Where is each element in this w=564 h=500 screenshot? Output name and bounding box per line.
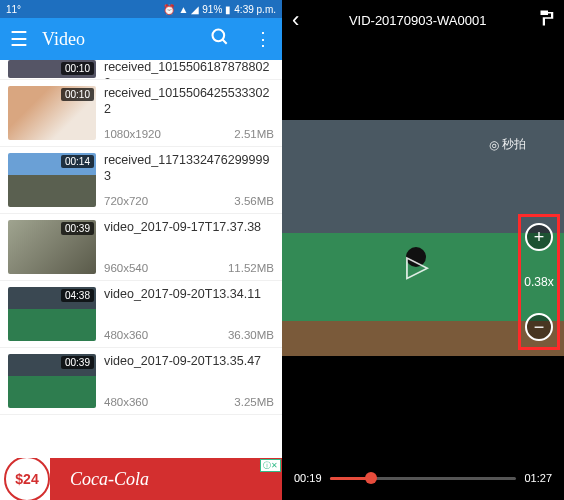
video-list[interactable]: 00:10 received_10155061878788022 416x752… (0, 60, 282, 458)
thumbnail: 04:38 (8, 287, 96, 341)
svg-line-1 (223, 39, 227, 43)
time-current: 00:19 (294, 472, 322, 484)
ad-brand: Coca-Cola (70, 469, 149, 490)
thumbnail: 00:10 (8, 86, 96, 140)
app-bar: ☰ Video ⋮ (0, 18, 282, 60)
list-item[interactable]: 00:10 received_10155061878788022 416x752… (0, 60, 282, 80)
resolution: 720x720 (104, 195, 148, 207)
filesize: 11.52MB (228, 262, 274, 274)
speed-down-button[interactable]: − (525, 313, 553, 341)
duration-badge: 00:39 (61, 222, 94, 235)
duration-badge: 00:39 (61, 356, 94, 369)
filesize: 3.56MB (234, 195, 274, 207)
thumbnail: 00:14 (8, 153, 96, 207)
alarm-icon: ⏰ (163, 4, 175, 15)
menu-icon[interactable]: ☰ (10, 27, 28, 51)
more-icon[interactable]: ⋮ (254, 28, 272, 50)
thumbnail: 00:39 (8, 354, 96, 408)
thumbnail: 00:10 (8, 60, 96, 78)
resolution: 1080x1920 (104, 128, 161, 140)
format-paint-icon[interactable] (536, 9, 554, 31)
duration-badge: 00:14 (61, 155, 94, 168)
search-icon[interactable] (210, 27, 230, 52)
filesize: 2.51MB (234, 128, 274, 140)
video-name: received_10155061878788022 (104, 60, 274, 80)
list-item[interactable]: 00:14 received_11713324762999993 720x720… (0, 147, 282, 214)
battery-icon: ▮ (225, 4, 231, 15)
ad-close-icon[interactable]: ⓘ✕ (260, 459, 281, 472)
signal-icon: ◢ (191, 4, 199, 15)
list-item[interactable]: 04:38 video_2017-09-20T13.34.11 480x3603… (0, 281, 282, 348)
seek-bar[interactable] (330, 477, 517, 480)
battery-pct: 91% (202, 4, 222, 15)
watermark: ◎ 秒拍 (489, 136, 526, 153)
play-button[interactable]: ▷ (406, 247, 429, 282)
back-icon[interactable]: ‹ (292, 7, 299, 33)
duration-badge: 04:38 (61, 289, 94, 302)
list-item[interactable]: 00:39 video_2017-09-20T13.35.47 480x3603… (0, 348, 282, 415)
video-player-screen: ‹ VID-20170903-WA0001 ◎ 秒拍 ▷ + 0.38x − 0… (282, 0, 564, 500)
video-surface[interactable]: ◎ 秒拍 ▷ + 0.38x − (282, 40, 564, 456)
watermark-text: 秒拍 (502, 136, 526, 153)
speed-up-button[interactable]: + (525, 223, 553, 251)
seek-thumb[interactable] (365, 472, 377, 484)
video-name: video_2017-09-20T13.34.11 (104, 287, 274, 303)
list-item[interactable]: 00:39 video_2017-09-17T17.37.38 960x5401… (0, 214, 282, 281)
player-top-bar: ‹ VID-20170903-WA0001 (282, 0, 564, 40)
speed-control-highlight: + 0.38x − (518, 214, 560, 350)
app-title: Video (42, 29, 186, 50)
video-name: received_11713324762999993 (104, 153, 274, 184)
video-list-screen: 11° ⏰ ▲ ◢ 91% ▮ 4:39 p.m. ☰ Video ⋮ 00:1… (0, 0, 282, 500)
filesize: 3.25MB (234, 396, 274, 408)
clock: 4:39 p.m. (234, 4, 276, 15)
ad-price: $24 (4, 458, 50, 500)
thumbnail: 00:39 (8, 220, 96, 274)
duration-badge: 00:10 (61, 62, 94, 75)
watermark-icon: ◎ (489, 138, 499, 152)
video-name: video_2017-09-17T17.37.38 (104, 220, 274, 236)
video-name: video_2017-09-20T13.35.47 (104, 354, 274, 370)
duration-badge: 00:10 (61, 88, 94, 101)
time-total: 01:27 (524, 472, 552, 484)
resolution: 480x360 (104, 329, 148, 341)
temp-indicator: 11° (6, 4, 21, 15)
resolution: 480x360 (104, 396, 148, 408)
wifi-icon: ▲ (178, 4, 188, 15)
filesize: 36.30MB (228, 329, 274, 341)
progress-bar-row: 00:19 01:27 (282, 456, 564, 500)
player-title: VID-20170903-WA0001 (309, 13, 526, 28)
status-bar: 11° ⏰ ▲ ◢ 91% ▮ 4:39 p.m. (0, 0, 282, 18)
resolution: 960x540 (104, 262, 148, 274)
speed-value: 0.38x (524, 275, 553, 289)
list-item[interactable]: 00:10 received_10155064255333022 1080x19… (0, 80, 282, 147)
video-name: received_10155064255333022 (104, 86, 274, 117)
svg-point-0 (213, 29, 225, 41)
ad-banner[interactable]: $24 Coca-Cola ⓘ✕ (0, 458, 282, 500)
